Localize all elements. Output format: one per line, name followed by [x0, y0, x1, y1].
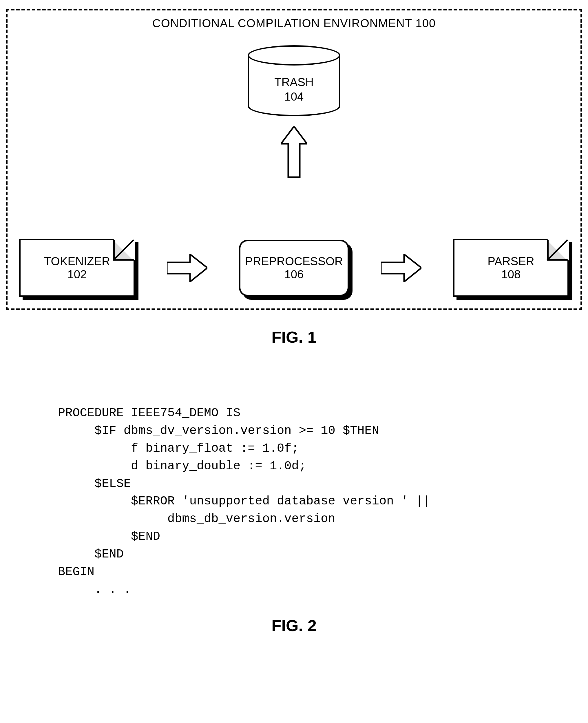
svg-marker-1 — [167, 254, 207, 282]
arrow-right-icon — [167, 254, 207, 282]
environment-title: CONDITIONAL COMPILATION ENVIRONMENT 100 — [152, 17, 436, 30]
arrow-up-icon — [281, 126, 307, 179]
tokenizer-number: 102 — [67, 268, 87, 281]
pipeline-row: TOKENIZER 102 — [19, 239, 569, 297]
figure-2-caption: FIG. 2 — [6, 616, 582, 635]
trash-number: 104 — [248, 90, 340, 103]
page-root: CONDITIONAL COMPILATION ENVIRONMENT 100 … — [6, 9, 582, 635]
code-block: PROCEDURE IEEE754_DEMO IS $IF dbms_dv_ve… — [58, 404, 582, 599]
svg-marker-2 — [381, 254, 421, 282]
trash-label: TRASH — [248, 76, 340, 89]
preprocessor-number: 106 — [285, 268, 304, 281]
svg-marker-0 — [281, 126, 307, 177]
parser-label: PARSER — [487, 255, 534, 268]
tokenizer-label: TOKENIZER — [44, 255, 110, 268]
preprocessor-label: PREPROCESSOR — [245, 255, 343, 268]
environment-box: CONDITIONAL COMPILATION ENVIRONMENT 100 … — [6, 9, 582, 310]
parser-number: 108 — [501, 268, 521, 281]
arrow-right-icon — [381, 254, 421, 282]
trash-cylinder: TRASH 104 — [248, 45, 340, 118]
tokenizer-doc: TOKENIZER 102 — [19, 239, 135, 297]
figure-1-caption: FIG. 1 — [6, 327, 582, 346]
parser-doc: PARSER 108 — [453, 239, 569, 297]
preprocessor-box: PREPROCESSOR 106 — [239, 240, 349, 296]
